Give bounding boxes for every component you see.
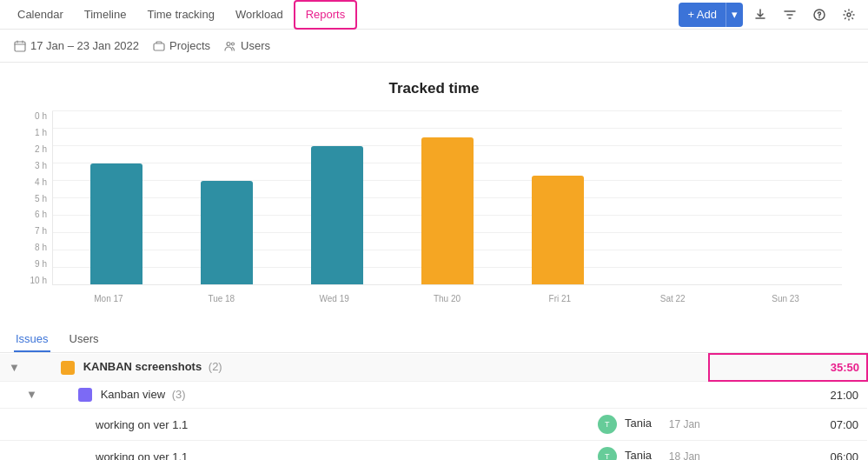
tab-users[interactable]: Users xyxy=(68,327,101,352)
expand-icon[interactable]: ▼ xyxy=(9,361,19,371)
download-icon[interactable] xyxy=(748,3,772,27)
bar-tue xyxy=(172,111,282,284)
table-section: ▼ KANBAN screenshots (2) 35:50 ▼ Kanban … xyxy=(0,353,868,460)
table-row: ▼ Kanban view (3) 21:00 xyxy=(0,381,867,409)
bars-group xyxy=(53,111,842,284)
filter-icon[interactable] xyxy=(778,3,802,27)
chart-title: Tracked time xyxy=(26,80,842,97)
tab-issues[interactable]: Issues xyxy=(14,327,50,352)
chart-bars xyxy=(52,111,842,285)
nav-item-calendar[interactable]: Calendar xyxy=(7,0,74,30)
nav-item-time-tracking[interactable]: Time tracking xyxy=(136,0,225,30)
date-range[interactable]: 17 Jan – 23 Jan 2022 xyxy=(14,39,139,52)
projects-filter[interactable]: Projects xyxy=(153,39,210,52)
user-name: Tania xyxy=(625,417,652,430)
item-label: working on ver 1.1 xyxy=(96,450,188,460)
chart-section: Tracked time 10 h 9 h 8 h 7 h 6 h 5 h 4 … xyxy=(0,63,868,320)
svg-point-4 xyxy=(227,42,230,45)
nav-item-reports[interactable]: Reports xyxy=(294,0,358,30)
item-date: 18 Jan xyxy=(669,450,700,460)
chart-container: 10 h 9 h 8 h 7 h 6 h 5 h 4 h 3 h 2 h 1 h… xyxy=(26,111,842,311)
item-label: working on ver 1.1 xyxy=(96,418,188,431)
item-date: 17 Jan xyxy=(669,418,700,430)
settings-icon[interactable] xyxy=(837,3,861,27)
table-row: working on ver 1.1 T Tania 18 Jan 06:00 xyxy=(0,441,867,460)
svg-point-5 xyxy=(232,43,235,45)
user-name: Tania xyxy=(625,450,652,460)
group-label: KANBAN screenshots xyxy=(83,360,202,373)
sub-nav: 17 Jan – 23 Jan 2022 Projects Users xyxy=(0,30,868,63)
top-nav-right: + Add ▾ xyxy=(679,3,861,27)
bar-sat xyxy=(613,111,723,284)
project-icon-kanban xyxy=(61,361,75,375)
nav-item-timeline[interactable]: Timeline xyxy=(74,0,137,30)
add-button[interactable]: + Add xyxy=(679,3,726,27)
y-axis: 10 h 9 h 8 h 7 h 6 h 5 h 4 h 3 h 2 h 1 h… xyxy=(26,111,52,285)
group-count: (2) xyxy=(209,360,222,373)
bar-mon xyxy=(62,111,172,284)
add-dropdown-button[interactable]: ▾ xyxy=(726,3,743,27)
reports-table: ▼ KANBAN screenshots (2) 35:50 ▼ Kanban … xyxy=(0,353,868,460)
svg-rect-2 xyxy=(15,42,25,51)
tabs-section: Issues Users xyxy=(0,320,868,353)
svg-rect-3 xyxy=(154,43,164,50)
bar-thu xyxy=(393,111,503,284)
sub-project-icon xyxy=(78,388,92,402)
sub-count: (3) xyxy=(172,388,186,401)
expand-icon[interactable]: ▼ xyxy=(26,388,36,398)
users-filter[interactable]: Users xyxy=(224,39,270,52)
user-avatar: T xyxy=(598,447,617,460)
sub-label: Kanban view xyxy=(101,388,165,401)
bar-sun xyxy=(723,111,833,284)
user-avatar: T xyxy=(598,415,617,434)
bar-wed xyxy=(282,111,393,284)
nav-item-workload[interactable]: Workload xyxy=(225,0,294,30)
top-nav: Calendar Timeline Time tracking Workload… xyxy=(0,0,868,30)
x-axis: Mon 17 Tue 18 Wed 19 Thu 20 Fri 21 Sat 2… xyxy=(52,289,842,311)
table-row: working on ver 1.1 T Tania 17 Jan 07:00 xyxy=(0,409,867,441)
help-icon[interactable] xyxy=(807,3,832,27)
bar-fri xyxy=(502,111,613,284)
svg-point-1 xyxy=(847,13,851,17)
table-row: ▼ KANBAN screenshots (2) 35:50 xyxy=(0,354,867,381)
